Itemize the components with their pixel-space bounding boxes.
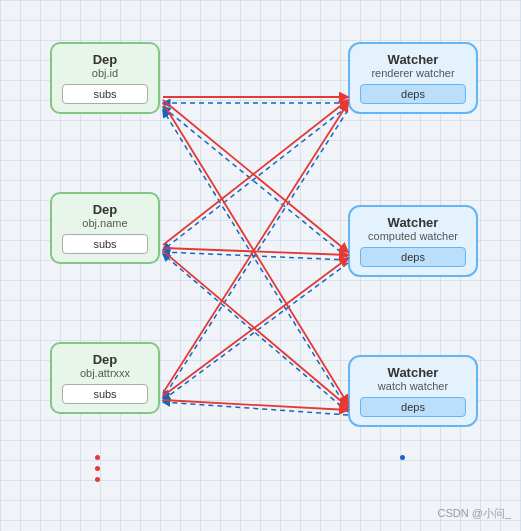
arrow-dep2-w2-red — [163, 248, 348, 255]
arrow-w1-dep2-blue — [163, 106, 348, 250]
w1-deps: deps — [360, 84, 466, 104]
arrow-dep1-w2-red — [163, 100, 348, 252]
arrow-w3-dep3-blue — [163, 402, 348, 415]
w3-title: Watcher — [360, 365, 466, 380]
w1-subtitle: renderer watcher — [360, 67, 466, 79]
dep1-subs: subs — [62, 84, 148, 104]
dot-1 — [95, 455, 100, 460]
arrow-w2-dep2-blue — [163, 252, 348, 260]
arrow-dep2-w1-red — [163, 100, 348, 245]
dots-red-left — [95, 455, 100, 482]
dots-blue-right — [400, 455, 405, 460]
w3-subtitle: watch watcher — [360, 380, 466, 392]
arrow-w2-dep3-blue — [163, 263, 348, 400]
watcher-box-3: Watcher watch watcher deps — [348, 355, 478, 427]
dep3-subtitle: obj.attrxxx — [62, 367, 148, 379]
dep3-subs: subs — [62, 384, 148, 404]
dep-box-3: Dep obj.attrxxx subs — [50, 342, 160, 414]
watcher-box-1: Watcher renderer watcher deps — [348, 42, 478, 114]
dot-2 — [95, 466, 100, 471]
arrow-w2-dep1-blue — [163, 107, 348, 258]
arrow-dep2-w3-red — [163, 251, 348, 407]
arrow-dep3-w1-red — [163, 103, 348, 393]
w1-title: Watcher — [360, 52, 466, 67]
arrow-w3-dep2-blue — [163, 254, 348, 412]
arrow-dep3-w2-red — [163, 258, 348, 396]
dep1-subtitle: obj.id — [62, 67, 148, 79]
dep2-subtitle: obj.name — [62, 217, 148, 229]
w3-deps: deps — [360, 397, 466, 417]
watermark: CSDN @小问_ — [437, 506, 511, 521]
dep2-subs: subs — [62, 234, 148, 254]
dep3-title: Dep — [62, 352, 148, 367]
w2-subtitle: computed watcher — [360, 230, 466, 242]
arrow-w3-dep1-blue — [163, 110, 348, 410]
dep-box-2: Dep obj.name subs — [50, 192, 160, 264]
arrow-w1-dep3-blue — [163, 110, 348, 398]
dot-3 — [95, 477, 100, 482]
watcher-box-2: Watcher computed watcher deps — [348, 205, 478, 277]
dep2-title: Dep — [62, 202, 148, 217]
dep-box-1: Dep obj.id subs — [50, 42, 160, 114]
w2-deps: deps — [360, 247, 466, 267]
w2-title: Watcher — [360, 215, 466, 230]
dot-blue-1 — [400, 455, 405, 460]
dep1-title: Dep — [62, 52, 148, 67]
arrow-dep1-w3-red — [163, 103, 348, 404]
arrow-dep3-w3-red — [163, 400, 348, 410]
